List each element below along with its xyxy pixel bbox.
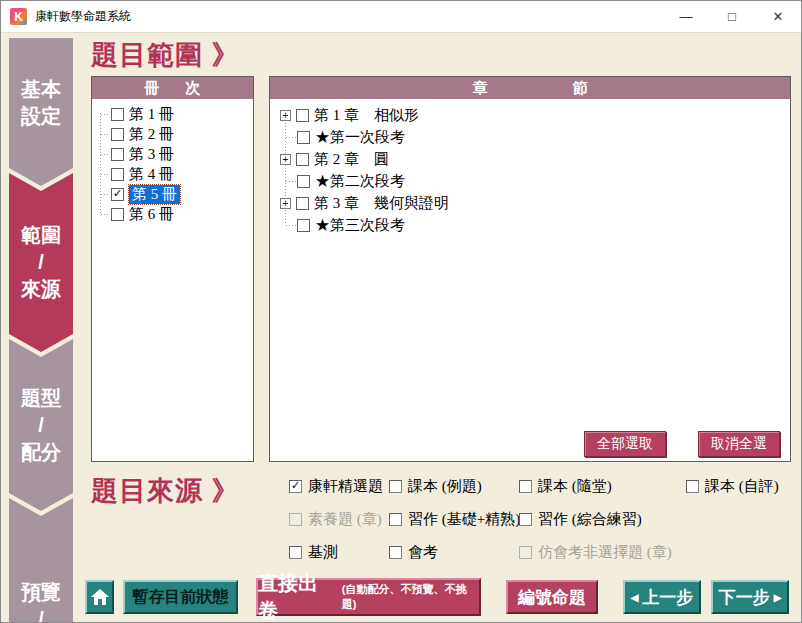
expand-icon[interactable]: + [280, 154, 291, 165]
previous-step-button[interactable]: ◀ 上一步 [623, 580, 701, 614]
source-option[interactable]: ✓ 習作 (綜合練習) [519, 509, 686, 529]
source-label: 仿會考非選擇題 (章) [538, 543, 672, 562]
source-label: 課本 (隨堂) [538, 477, 612, 496]
volumes-tree: ✓ 第 1 冊 ✓ 第 2 冊 ✓ 第 3 冊 [92, 99, 253, 461]
chapters-header-char: 章 [473, 79, 488, 98]
select-all-button[interactable]: 全部選取 [584, 431, 666, 457]
source-checkbox[interactable]: ✓ [519, 513, 532, 526]
source-option[interactable]: ✓ 會考 [389, 542, 519, 562]
tab-preview-pick[interactable]: 預覽 / 挑題 [9, 498, 73, 623]
volume-row[interactable]: ✓ 第 4 冊 [92, 164, 253, 184]
tree-connector [286, 181, 296, 182]
chapter-row[interactable]: + ✓ 第 3 章 幾何與證明 [270, 192, 790, 214]
home-button[interactable] [85, 580, 114, 614]
chapter-checkbox[interactable]: ✓ [297, 219, 310, 232]
volume-checkbox[interactable]: ✓ [111, 188, 124, 201]
title-bar: K 康軒數學命題系統 — □ ✕ [1, 1, 801, 33]
chapter-row[interactable]: + ✓ 第 2 章 圓 [270, 148, 790, 170]
tree-connector [101, 214, 109, 215]
main-content: 題目範圍 》 冊 次 ✓ 第 1 冊 ✓ [87, 32, 801, 622]
volume-checkbox[interactable]: ✓ [111, 168, 124, 181]
source-label: 習作 (基礎+精熟) [408, 510, 520, 529]
numbered-question-button[interactable]: 編號命題 [506, 580, 598, 614]
maximize-button[interactable]: □ [709, 1, 755, 32]
direct-export-button[interactable]: 直接出卷 (自動配分、不預覽、不挑題) [256, 578, 481, 616]
volume-checkbox[interactable]: ✓ [111, 128, 124, 141]
volume-checkbox[interactable]: ✓ [111, 148, 124, 161]
save-state-button[interactable]: 暫存目前狀態 [123, 580, 238, 614]
source-option[interactable]: ✓ 課本 (自評) [686, 476, 779, 496]
expand-icon[interactable]: + [280, 110, 291, 121]
volumes-panel: 冊 次 ✓ 第 1 冊 ✓ 第 2 冊 [91, 76, 254, 462]
source-checkbox[interactable]: ✓ [289, 546, 302, 559]
tab-label: / [9, 249, 73, 276]
tab-label: 配分 [9, 439, 73, 466]
sources-section-title: 題目來源 》 [91, 473, 240, 509]
chapter-checkbox[interactable]: ✓ [297, 131, 310, 144]
source-label: 會考 [408, 543, 438, 562]
volumes-header-char: 冊 [145, 79, 160, 98]
tab-label: / [9, 412, 73, 439]
sidebar-nav: 基本 設定 範圍 / 來源 題型 / 配分 預覽 / 挑題 [9, 38, 73, 623]
chapter-checkbox[interactable]: ✓ [296, 153, 309, 166]
source-checkbox[interactable]: ✓ [389, 546, 402, 559]
tab-type-score[interactable]: 題型 / 配分 [9, 339, 73, 511]
chapters-panel: 章 節 + ✓ 第 1 章 相似形 ✓ ★第一次段考 [269, 76, 791, 462]
minimize-button[interactable]: — [663, 1, 709, 32]
chapter-label: ★第三次段考 [315, 216, 405, 235]
tree-connector [286, 137, 296, 138]
deselect-all-button[interactable]: 取消全選 [698, 431, 780, 457]
chapter-label: 第 1 章 相似形 [314, 106, 419, 125]
source-label: 素養題 (章) [308, 510, 382, 529]
next-step-button[interactable]: 下一步 ▶ [711, 580, 789, 614]
volume-label: 第 6 冊 [129, 205, 174, 224]
footer-toolbar: 暫存目前狀態 直接出卷 (自動配分、不預覽、不挑題) 編號命題 ◀ 上一步 下一… [85, 578, 802, 616]
expand-icon[interactable]: + [280, 198, 291, 209]
chapter-checkbox[interactable]: ✓ [297, 175, 310, 188]
source-checkbox[interactable]: ✓ [289, 480, 302, 493]
volume-checkbox[interactable]: ✓ [111, 108, 124, 121]
tab-label: / [9, 606, 73, 623]
tab-scope-source[interactable]: 範圍 / 來源 [9, 173, 73, 352]
volume-label: 第 5 冊 [129, 185, 180, 204]
chapter-checkbox[interactable]: ✓ [296, 197, 309, 210]
source-option[interactable]: ✓ 康軒精選題 [289, 476, 389, 496]
tab-label: 範圍 [9, 222, 73, 249]
volume-row[interactable]: ✓ 第 3 冊 [92, 144, 253, 164]
tree-connector [101, 154, 109, 155]
source-checkbox[interactable]: ✓ [389, 513, 402, 526]
tab-basic-settings[interactable]: 基本 設定 [9, 38, 73, 186]
volume-row-selected[interactable]: ✓ 第 5 冊 [92, 184, 253, 204]
source-checkbox[interactable]: ✓ [389, 480, 402, 493]
sources-grid: ✓ 康軒精選題 ✓ 課本 (例題) ✓ 課本 (隨堂) ✓ 課本 (自評) ✓ … [289, 476, 779, 562]
chapter-row[interactable]: + ✓ 第 1 章 相似形 [270, 104, 790, 126]
source-option[interactable]: ✓ 課本 (例題) [389, 476, 519, 496]
source-option[interactable]: ✓ 習作 (基礎+精熟) [389, 509, 519, 529]
app-window: K 康軒數學命題系統 — □ ✕ 基本 設定 範圍 / 來源 題型 / 配分 預… [0, 0, 802, 623]
app-logo-icon: K [10, 8, 27, 25]
tab-label: 來源 [9, 276, 73, 303]
volume-row[interactable]: ✓ 第 6 冊 [92, 204, 253, 224]
chapter-row[interactable]: ✓ ★第二次段考 [270, 170, 790, 192]
volume-row[interactable]: ✓ 第 1 冊 [92, 104, 253, 124]
tab-label: 題型 [9, 385, 73, 412]
source-checkbox[interactable]: ✓ [519, 480, 532, 493]
chapter-row[interactable]: ✓ ★第一次段考 [270, 126, 790, 148]
source-label: 康軒精選題 [308, 477, 383, 496]
chapter-label: 第 2 章 圓 [314, 150, 389, 169]
close-button[interactable]: ✕ [755, 1, 801, 32]
tab-label: 設定 [9, 103, 73, 130]
volume-checkbox[interactable]: ✓ [111, 208, 124, 221]
source-checkbox[interactable]: ✓ [686, 480, 699, 493]
source-option[interactable]: ✓ 基測 [289, 542, 389, 562]
tree-connector [101, 134, 109, 135]
volume-label: 第 3 冊 [129, 145, 174, 164]
volume-label: 第 1 冊 [129, 105, 174, 124]
source-option[interactable]: ✓ 課本 (隨堂) [519, 476, 686, 496]
chapter-checkbox[interactable]: ✓ [296, 109, 309, 122]
volume-row[interactable]: ✓ 第 2 冊 [92, 124, 253, 144]
chapter-label: ★第二次段考 [315, 172, 405, 191]
source-label: 基測 [308, 543, 338, 562]
chapter-row[interactable]: ✓ ★第三次段考 [270, 214, 790, 236]
volumes-header-char: 次 [186, 79, 201, 98]
